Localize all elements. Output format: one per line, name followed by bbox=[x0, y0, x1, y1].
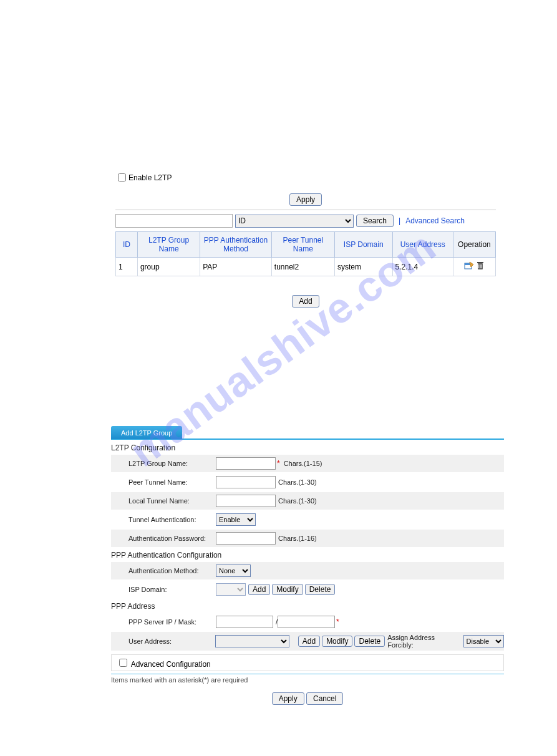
search-field-select[interactable]: ID bbox=[235, 215, 354, 228]
cell-ppp: PAP bbox=[200, 258, 272, 276]
required-mark: * bbox=[277, 459, 280, 468]
delete-icon[interactable] bbox=[477, 261, 484, 272]
svg-rect-6 bbox=[482, 264, 482, 268]
row-auth-method: Authentication Method: None bbox=[111, 562, 504, 579]
label-ppp-server: PPP Server IP / Mask: bbox=[128, 618, 216, 626]
cell-operation bbox=[453, 258, 495, 276]
row-group-name: L2TP Group Name: * Chars.(1-15) bbox=[111, 455, 504, 472]
table-row: 1 group PAP tunnel2 system 5.2.1.4 bbox=[116, 258, 496, 276]
label-assign-forcibly: Assign Address Forcibly: bbox=[387, 634, 462, 649]
cell-isp: system bbox=[334, 258, 392, 276]
search-bar: ID Search | Advanced Search bbox=[115, 214, 496, 228]
input-local-tunnel[interactable] bbox=[216, 495, 276, 507]
row-advanced: Advanced Configuration bbox=[111, 654, 504, 671]
label-user-address: User Address: bbox=[128, 637, 215, 645]
search-input[interactable] bbox=[115, 214, 233, 228]
l2tp-groups-table: ID L2TP Group Name PPP Authentication Me… bbox=[115, 231, 496, 276]
row-peer-tunnel: Peer Tunnel Name: Chars.(1-30) bbox=[111, 473, 504, 491]
select-isp-domain[interactable] bbox=[216, 583, 246, 596]
label-tunnel-auth: Tunnel Authentication: bbox=[128, 516, 216, 523]
isp-add-button[interactable]: Add bbox=[248, 584, 270, 595]
col-peer[interactable]: Peer Tunnel Name bbox=[271, 232, 334, 258]
enable-l2tp-label: Enable L2TP bbox=[128, 173, 172, 182]
col-user[interactable]: User Address bbox=[392, 232, 453, 258]
col-isp[interactable]: ISP Domain bbox=[334, 232, 392, 258]
search-button[interactable]: Search bbox=[356, 215, 394, 227]
select-tunnel-auth[interactable]: Enable bbox=[216, 513, 256, 526]
svg-rect-3 bbox=[477, 262, 483, 263]
input-group-name[interactable] bbox=[216, 457, 276, 470]
advanced-config-checkbox[interactable] bbox=[119, 659, 127, 667]
separator: | bbox=[399, 216, 400, 225]
label-group-name: L2TP Group Name: bbox=[128, 460, 216, 467]
label-advanced: Advanced Configuration bbox=[131, 660, 211, 669]
label-auth-method: Authentication Method: bbox=[128, 567, 216, 574]
cell-id: 1 bbox=[116, 258, 138, 276]
input-peer-tunnel[interactable] bbox=[216, 476, 276, 488]
cell-peer: tunnel2 bbox=[271, 258, 334, 276]
label-peer-tunnel: Peer Tunnel Name: bbox=[128, 478, 216, 486]
select-auth-method[interactable]: None bbox=[216, 565, 251, 577]
form-apply-button[interactable]: Apply bbox=[272, 692, 304, 705]
ua-delete-button[interactable]: Delete bbox=[354, 636, 385, 647]
form-cancel-button[interactable]: Cancel bbox=[306, 692, 343, 705]
svg-rect-4 bbox=[478, 264, 479, 268]
divider bbox=[115, 210, 496, 210]
hint-c1-16: Chars.(1-16) bbox=[278, 535, 317, 542]
row-ppp-server: PPP Server IP / Mask: / * bbox=[111, 613, 504, 631]
input-auth-password[interactable] bbox=[216, 532, 276, 545]
add-button[interactable]: Add bbox=[292, 295, 319, 308]
label-local-tunnel: Local Tunnel Name: bbox=[128, 497, 216, 505]
section-ppp-auth: PPP Authentication Configuration bbox=[111, 551, 504, 560]
l2tp-list-panel: Enable L2TP Apply ID Search | Advanced S… bbox=[115, 172, 496, 308]
cell-group: group bbox=[137, 258, 200, 276]
ua-modify-button[interactable]: Modify bbox=[322, 636, 352, 647]
svg-rect-5 bbox=[480, 264, 481, 268]
add-l2tp-group-panel: Add L2TP Group L2TP Configuration L2TP G… bbox=[111, 426, 504, 705]
section-l2tp-config: L2TP Configuration bbox=[111, 443, 504, 452]
section-ppp-address: PPP Address bbox=[111, 602, 504, 611]
label-isp-domain: ISP Domain: bbox=[128, 586, 216, 593]
enable-l2tp-row: Enable L2TP bbox=[115, 172, 496, 183]
ua-add-button[interactable]: Add bbox=[298, 636, 320, 647]
col-operation: Operation bbox=[453, 232, 495, 258]
advanced-search-link[interactable]: Advanced Search bbox=[405, 216, 465, 225]
row-local-tunnel: Local Tunnel Name: Chars.(1-30) bbox=[111, 492, 504, 510]
hint-c1-30: Chars.(1-30) bbox=[278, 478, 317, 486]
col-ppp[interactable]: PPP Authentication Method bbox=[200, 232, 272, 258]
apply-button[interactable]: Apply bbox=[289, 193, 322, 206]
row-auth-password: Authentication Password: Chars.(1-16) bbox=[111, 530, 504, 547]
cell-user: 5.2.1.4 bbox=[392, 258, 453, 276]
hint-c1-30b: Chars.(1-30) bbox=[278, 497, 317, 505]
input-ppp-server-ip[interactable] bbox=[216, 616, 273, 628]
label-auth-password: Authentication Password: bbox=[128, 535, 216, 542]
row-user-address: User Address: Add Modify Delete Assign A… bbox=[111, 632, 504, 651]
row-tunnel-auth: Tunnel Authentication: Enable bbox=[111, 511, 504, 528]
isp-modify-button[interactable]: Modify bbox=[272, 584, 303, 595]
hint-c1-15: Chars.(1-15) bbox=[284, 460, 322, 467]
col-id[interactable]: ID bbox=[116, 232, 138, 258]
select-assign-forcibly[interactable]: Disable bbox=[463, 635, 504, 647]
row-isp-domain: ISP Domain: Add Modify Delete bbox=[111, 581, 504, 598]
select-user-address[interactable] bbox=[215, 635, 289, 647]
required-mark-2: * bbox=[336, 618, 339, 626]
required-footnote: Items marked with an asterisk(*) are req… bbox=[111, 676, 504, 684]
col-group[interactable]: L2TP Group Name bbox=[137, 232, 200, 258]
footer-divider bbox=[111, 674, 504, 674]
enable-l2tp-checkbox[interactable] bbox=[118, 173, 126, 182]
input-ppp-server-mask[interactable] bbox=[278, 616, 335, 628]
tab-add-l2tp-group[interactable]: Add L2TP Group bbox=[111, 426, 182, 439]
isp-delete-button[interactable]: Delete bbox=[305, 584, 336, 595]
edit-icon[interactable] bbox=[464, 261, 474, 272]
